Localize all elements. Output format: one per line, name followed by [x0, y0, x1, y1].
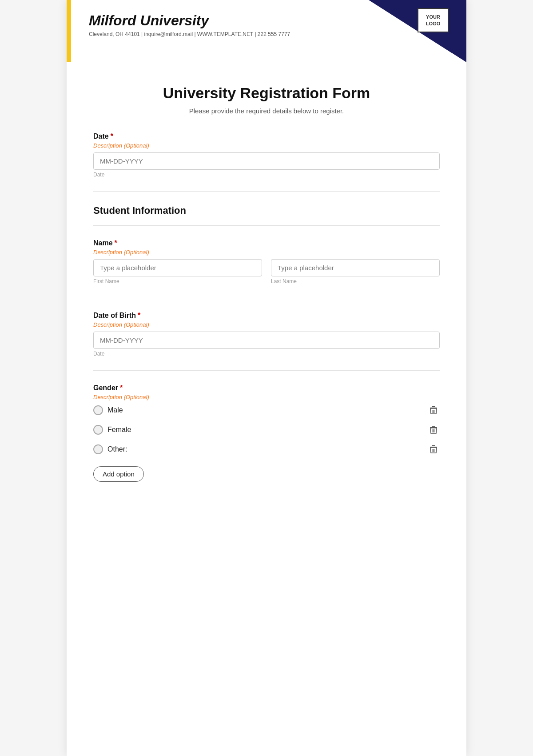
divider-3 — [93, 298, 440, 298]
last-name-input[interactable] — [271, 259, 440, 276]
gender-option-male: Male — [93, 404, 440, 416]
divider-4 — [93, 370, 440, 371]
svg-rect-11 — [432, 445, 435, 446]
radio-male[interactable] — [93, 405, 103, 415]
dob-description: Description (Optional) — [93, 321, 440, 328]
radio-female[interactable] — [93, 425, 103, 435]
date-hint: Date — [93, 172, 440, 178]
gender-label: Gender* — [93, 384, 440, 392]
dob-hint: Date — [93, 351, 440, 357]
form-subtitle: Please provide the required details belo… — [93, 107, 440, 115]
last-name-hint: Last Name — [271, 278, 440, 284]
radio-other[interactable] — [93, 444, 103, 454]
dob-field-group: Date of Birth* Description (Optional) Da… — [93, 312, 440, 357]
delete-female-icon[interactable] — [427, 424, 440, 436]
gender-description: Description (Optional) — [93, 394, 440, 400]
svg-rect-6 — [432, 426, 435, 427]
name-description: Description (Optional) — [93, 249, 440, 256]
dob-label: Date of Birth* — [93, 312, 440, 320]
radio-female-label: Female — [107, 426, 131, 434]
name-field-group: Name* Description (Optional) First Name … — [93, 239, 440, 284]
date-label: Date* — [93, 132, 440, 140]
form-content: University Registration Form Please prov… — [67, 62, 466, 522]
logo-box: YOUR LOGO — [418, 8, 449, 32]
first-name-hint: First Name — [93, 278, 262, 284]
date-description: Description (Optional) — [93, 142, 440, 149]
dob-input[interactable] — [93, 332, 440, 349]
gender-option-female: Female — [93, 424, 440, 436]
delete-male-icon[interactable] — [427, 404, 440, 416]
radio-male-label: Male — [107, 406, 123, 414]
left-accent — [67, 0, 71, 62]
logo-line1: YOUR — [426, 14, 440, 20]
name-label: Name* — [93, 239, 440, 247]
divider-2 — [93, 225, 440, 226]
delete-other-icon[interactable] — [427, 443, 440, 456]
logo-line2: LOGO — [426, 20, 440, 27]
first-name-col: First Name — [93, 259, 262, 284]
date-field-group: Date* Description (Optional) Date — [93, 132, 440, 178]
gender-field-group: Gender* Description (Optional) Male — [93, 384, 440, 482]
svg-rect-1 — [432, 406, 435, 407]
last-name-col: Last Name — [271, 259, 440, 284]
gender-option-other: Other: — [93, 443, 440, 456]
student-info-section-title: Student Information — [93, 205, 440, 216]
date-input[interactable] — [93, 152, 440, 170]
radio-other-label: Other: — [107, 445, 127, 453]
header: YOUR LOGO Milford University Cleveland, … — [67, 0, 466, 62]
name-two-col: First Name Last Name — [93, 259, 440, 284]
add-option-label: Add option — [103, 470, 135, 478]
form-title: University Registration Form — [93, 84, 440, 102]
first-name-input[interactable] — [93, 259, 262, 276]
page-container: YOUR LOGO Milford University Cleveland, … — [67, 0, 466, 756]
divider-1 — [93, 191, 440, 192]
add-option-button[interactable]: Add option — [93, 466, 144, 482]
